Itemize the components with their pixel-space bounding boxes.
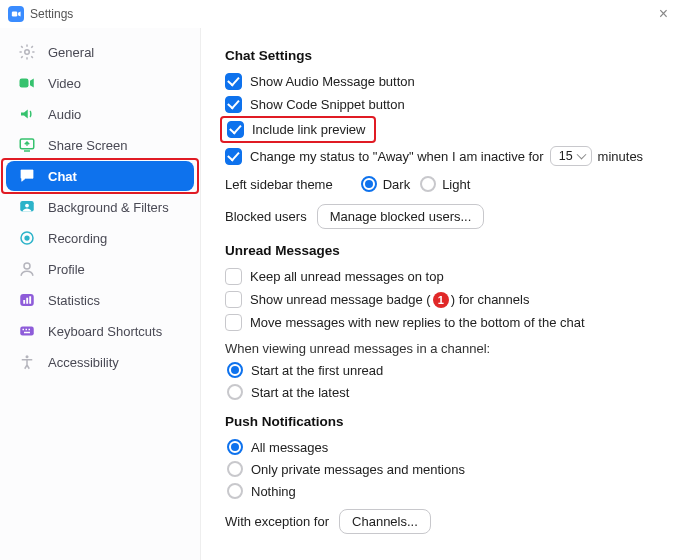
label-away-suffix: minutes — [598, 149, 644, 164]
radio-start-latest[interactable] — [227, 384, 243, 400]
unread-badge: 1 — [433, 292, 449, 308]
sidebar-item-label: Recording — [48, 231, 107, 246]
close-icon[interactable]: × — [655, 5, 672, 23]
background-icon — [16, 196, 38, 218]
label-badge-prefix: Show unread message badge ( — [250, 292, 431, 307]
label-theme-light: Light — [442, 177, 470, 192]
svg-rect-16 — [29, 329, 31, 331]
radio-push-all[interactable] — [227, 439, 243, 455]
chat-settings-heading: Chat Settings — [225, 48, 660, 63]
select-away-minutes[interactable]: 15 — [550, 146, 592, 166]
sidebar-item-share-screen[interactable]: Share Screen — [6, 130, 194, 160]
label-start-latest: Start at the latest — [251, 385, 349, 400]
svg-rect-2 — [20, 79, 29, 88]
label-link-preview: Include link preview — [252, 122, 365, 137]
sidebar-item-label: General — [48, 45, 94, 60]
label-push-nothing: Nothing — [251, 484, 296, 499]
sidebar-item-label: Audio — [48, 107, 81, 122]
svg-rect-17 — [24, 332, 30, 334]
svg-point-18 — [26, 355, 29, 358]
svg-rect-10 — [23, 300, 25, 304]
accessibility-icon — [16, 351, 38, 373]
sidebar-item-label: Chat — [48, 169, 77, 184]
svg-rect-13 — [20, 327, 34, 336]
recording-icon — [16, 227, 38, 249]
radio-push-nothing[interactable] — [227, 483, 243, 499]
sidebar-item-general[interactable]: General — [6, 37, 194, 67]
sidebar-item-recording[interactable]: Recording — [6, 223, 194, 253]
svg-point-7 — [24, 235, 29, 240]
sidebar-item-keyboard[interactable]: Keyboard Shortcuts — [6, 316, 194, 346]
sidebar-item-label: Share Screen — [48, 138, 128, 153]
radio-theme-light[interactable] — [420, 176, 436, 192]
svg-point-1 — [25, 50, 30, 55]
keyboard-icon — [16, 320, 38, 342]
checkbox-away[interactable] — [225, 148, 242, 165]
label-move-bottom: Move messages with new replies to the bo… — [250, 315, 585, 330]
video-icon — [16, 72, 38, 94]
checkbox-show-badge[interactable] — [225, 291, 242, 308]
exception-channels-button[interactable]: Channels... — [339, 509, 431, 534]
checkbox-keep-top[interactable] — [225, 268, 242, 285]
window-title: Settings — [30, 7, 73, 21]
svg-point-8 — [24, 263, 30, 269]
sidebar-item-accessibility[interactable]: Accessibility — [6, 347, 194, 377]
content-pane: Chat Settings Show Audio Message button … — [200, 28, 680, 560]
sidebar-item-video[interactable]: Video — [6, 68, 194, 98]
label-push-private: Only private messages and mentions — [251, 462, 465, 477]
sidebar-item-label: Video — [48, 76, 81, 91]
checkbox-show-code[interactable] — [225, 96, 242, 113]
label-show-audio: Show Audio Message button — [250, 74, 415, 89]
sidebar: General Video Audio Share Screen Chat — [0, 28, 200, 560]
label-show-code: Show Code Snippet button — [250, 97, 405, 112]
exception-label: With exception for — [225, 514, 329, 529]
checkbox-show-audio[interactable] — [225, 73, 242, 90]
checkbox-link-preview[interactable] — [227, 121, 244, 138]
radio-start-first[interactable] — [227, 362, 243, 378]
share-screen-icon — [16, 134, 38, 156]
radio-push-private[interactable] — [227, 461, 243, 477]
blocked-label: Blocked users — [225, 209, 307, 224]
sidebar-item-background[interactable]: Background & Filters — [6, 192, 194, 222]
theme-label: Left sidebar theme — [225, 177, 333, 192]
label-away-prefix: Change my status to "Away" when I am ina… — [250, 149, 544, 164]
sidebar-item-label: Accessibility — [48, 355, 119, 370]
titlebar: Settings × — [0, 0, 680, 28]
gear-icon — [16, 41, 38, 63]
sidebar-item-statistics[interactable]: Statistics — [6, 285, 194, 315]
away-value: 15 — [559, 149, 573, 163]
profile-icon — [16, 258, 38, 280]
sidebar-item-label: Keyboard Shortcuts — [48, 324, 162, 339]
sidebar-item-label: Statistics — [48, 293, 100, 308]
svg-rect-15 — [26, 329, 28, 331]
unread-heading: Unread Messages — [225, 243, 660, 258]
audio-icon — [16, 103, 38, 125]
svg-rect-0 — [12, 12, 17, 17]
label-theme-dark: Dark — [383, 177, 410, 192]
manage-blocked-button[interactable]: Manage blocked users... — [317, 204, 485, 229]
sidebar-item-chat[interactable]: Chat — [6, 161, 194, 191]
sidebar-item-label: Background & Filters — [48, 200, 169, 215]
label-start-first: Start at the first unread — [251, 363, 383, 378]
sidebar-item-profile[interactable]: Profile — [6, 254, 194, 284]
sidebar-item-label: Profile — [48, 262, 85, 277]
app-icon — [8, 6, 24, 22]
sidebar-item-audio[interactable]: Audio — [6, 99, 194, 129]
checkbox-move-bottom[interactable] — [225, 314, 242, 331]
label-badge-suffix: ) for channels — [451, 292, 530, 307]
svg-point-5 — [25, 204, 29, 208]
svg-rect-12 — [29, 296, 31, 304]
view-unread-label: When viewing unread messages in a channe… — [225, 341, 660, 356]
label-keep-top: Keep all unread messages on top — [250, 269, 444, 284]
chat-icon — [16, 165, 38, 187]
statistics-icon — [16, 289, 38, 311]
label-push-all: All messages — [251, 440, 328, 455]
radio-theme-dark[interactable] — [361, 176, 377, 192]
svg-rect-11 — [26, 298, 28, 304]
push-heading: Push Notifications — [225, 414, 660, 429]
svg-rect-14 — [23, 329, 25, 331]
